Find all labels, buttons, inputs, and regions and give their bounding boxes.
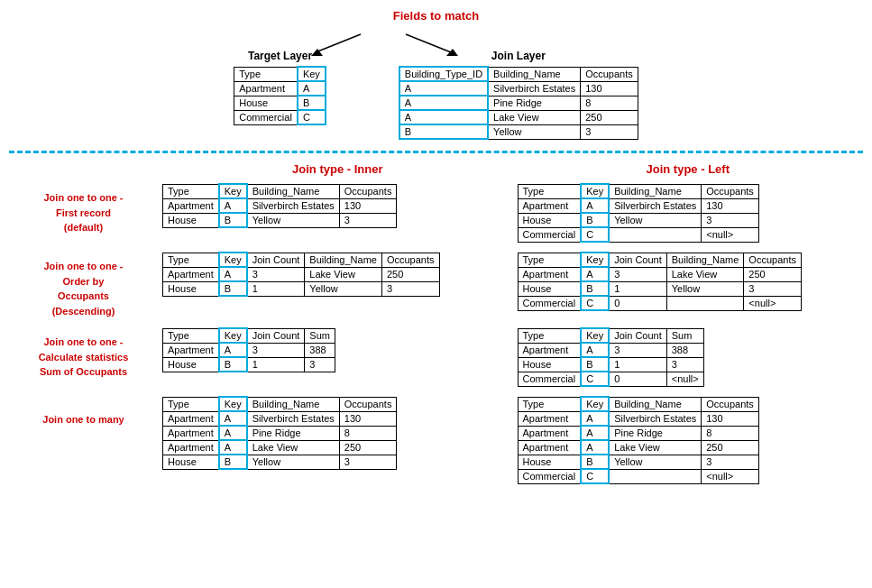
table-row: CommercialC<null> bbox=[518, 469, 758, 483]
section-2-label: Join one to one -Order byOccupants(Desce… bbox=[9, 252, 158, 318]
join-layer-group: Join Layer Building_Type_ID Building_Nam… bbox=[399, 50, 638, 140]
join-col-building-name: Building_Name bbox=[488, 67, 581, 81]
join-type-inner-header: Join type - Inner bbox=[292, 162, 382, 176]
target-col-key: Key bbox=[298, 67, 326, 81]
target-layer-table: Type Key ApartmentA HouseB CommercialC bbox=[234, 66, 326, 125]
section-headers: Join type - Inner Join type - Left bbox=[9, 162, 863, 176]
section-1-left-table: Type Key Building_Name Occupants Apartme… bbox=[518, 183, 864, 243]
section-4-label: Join one to many bbox=[9, 396, 158, 427]
section-3: Join one to one -Calculate statisticsSum… bbox=[9, 327, 863, 387]
table-row: ApartmentA3Lake View250 bbox=[163, 267, 440, 281]
section-4-left-table: Type Key Building_Name Occupants Apartme… bbox=[518, 396, 864, 484]
table-row: ApartmentA3Lake View250 bbox=[518, 267, 801, 281]
table-row: HouseBYellow3 bbox=[518, 213, 758, 227]
join-type-left-header: Join type - Left bbox=[647, 162, 730, 176]
table-row: ApartmentASilverbirch Estates130 bbox=[163, 411, 397, 426]
fields-to-match-label: Fields to match bbox=[393, 9, 479, 23]
join-layer-title: Join Layer bbox=[491, 50, 546, 62]
table-row: CommercialC0<null> bbox=[518, 372, 703, 386]
table-row: HouseB13 bbox=[518, 357, 703, 372]
target-col-type: Type bbox=[234, 67, 298, 81]
table-row: HouseB1Yellow3 bbox=[163, 281, 440, 296]
table-row: HouseBYellow3 bbox=[163, 455, 397, 469]
table-row: ASilverbirch Estates130 bbox=[399, 81, 638, 96]
table-row: ApartmentAPine Ridge8 bbox=[163, 426, 397, 440]
section-2-left-table: Type Key Join Count Building_Name Occupa… bbox=[518, 252, 864, 311]
table-row: HouseB1Yellow3 bbox=[518, 281, 801, 296]
section-1-label: Join one to one -First record(default) bbox=[9, 183, 158, 235]
target-layer-group: Target Layer Type Key ApartmentA HouseB … bbox=[234, 50, 326, 125]
section-1-inner-table: Type Key Building_Name Occupants Apartme… bbox=[162, 183, 509, 243]
table-row: CommercialC0<null> bbox=[518, 296, 801, 310]
table-row: ApartmentA3388 bbox=[518, 343, 703, 357]
table-row: ALake View250 bbox=[399, 110, 638, 124]
table-row: ApartmentA3388 bbox=[163, 343, 335, 357]
all-sections: Join one to one -First record(default) T… bbox=[9, 183, 863, 484]
table-row: ApartmentA bbox=[234, 81, 326, 96]
section-4: Join one to many Type Key Building_Name … bbox=[9, 396, 863, 484]
table-row: HouseBYellow3 bbox=[163, 213, 397, 227]
target-layer-title: Target Layer bbox=[248, 50, 312, 62]
section-2: Join one to one -Order byOccupants(Desce… bbox=[9, 252, 863, 318]
table-row: ApartmentAPine Ridge8 bbox=[518, 426, 758, 440]
dashed-divider bbox=[9, 151, 863, 153]
table-row: CommercialC<null> bbox=[518, 227, 758, 242]
table-row: ApartmentALake View250 bbox=[163, 440, 397, 455]
section-3-left-table: Type Key Join Count Sum ApartmentA3388 H… bbox=[518, 327, 864, 387]
section-3-inner-table: Type Key Join Count Sum ApartmentA3388 H… bbox=[162, 327, 509, 387]
table-row: CommercialC bbox=[234, 110, 326, 124]
section-2-inner-table: Type Key Join Count Building_Name Occupa… bbox=[162, 252, 509, 311]
table-row: HouseBYellow3 bbox=[518, 455, 758, 469]
table-row: ApartmentASilverbirch Estates130 bbox=[163, 198, 397, 213]
join-layer-table: Building_Type_ID Building_Name Occupants… bbox=[399, 66, 638, 140]
table-row: BYellow3 bbox=[399, 124, 638, 139]
join-col-building-type-id: Building_Type_ID bbox=[399, 67, 488, 81]
table-row: ApartmentASilverbirch Estates130 bbox=[518, 411, 758, 426]
section-4-inner-table: Type Key Building_Name Occupants Apartme… bbox=[162, 396, 509, 484]
table-row: ApartmentALake View250 bbox=[518, 440, 758, 455]
table-row: HouseB13 bbox=[163, 357, 335, 372]
section-1: Join one to one -First record(default) T… bbox=[9, 183, 863, 243]
table-row: APine Ridge8 bbox=[399, 96, 638, 110]
table-row: ApartmentASilverbirch Estates130 bbox=[518, 198, 758, 213]
section-3-label: Join one to one -Calculate statisticsSum… bbox=[9, 327, 158, 380]
table-row: HouseB bbox=[234, 96, 326, 110]
join-col-occupants: Occupants bbox=[581, 67, 638, 81]
